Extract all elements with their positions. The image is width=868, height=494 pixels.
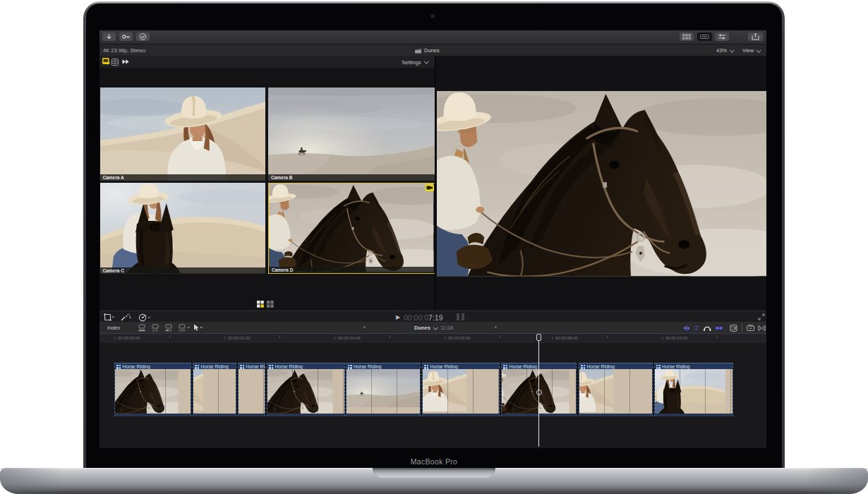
svg-text:2+0: 2+0	[152, 329, 158, 332]
